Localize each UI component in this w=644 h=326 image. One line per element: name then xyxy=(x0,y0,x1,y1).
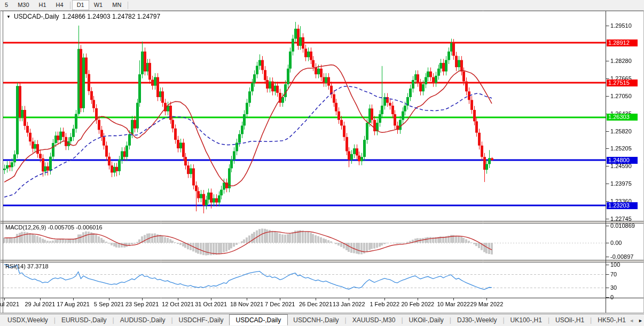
tab-usdchf-daily[interactable]: USDCHF-,Daily xyxy=(174,315,229,325)
date-axis-label: 11 Jul 2021 xyxy=(0,301,19,307)
date-axis-label: 29 Mar 2022 xyxy=(470,301,504,307)
tab-usdcad-daily[interactable]: USDCAD-,Daily xyxy=(229,314,288,325)
tab-eurusd-daily[interactable]: EURUSD-,Daily xyxy=(56,315,112,325)
tab-scrollers: ◄ ► xyxy=(629,314,643,326)
tab-usoil-h1[interactable]: USOil-,H1 xyxy=(550,315,590,325)
date-axis-label: 18 Nov 2021 xyxy=(230,301,263,307)
price-axis-tick: 1.27050 xyxy=(610,93,632,100)
tab-usdx-weekly[interactable]: USDX,Weekly xyxy=(2,315,53,325)
tab-dj30-weekly[interactable]: DJ30-,Weekly xyxy=(452,315,502,325)
tab-scroll-right-icon[interactable]: ► xyxy=(638,318,643,323)
price-axis-tick: 1.25205 xyxy=(610,145,632,152)
date-axis-label: 13 Jan 2022 xyxy=(333,301,365,307)
date-axis-label: 29 Jul 2021 xyxy=(25,301,55,307)
date-axis-label: 23 Sep 2021 xyxy=(125,301,159,307)
date-axis-label: 17 Aug 2021 xyxy=(57,301,90,307)
chart-ohlc-values: 1.24866 1.24903 1.24782 1.24797 xyxy=(62,13,161,20)
date-axis-label: 31 Oct 2021 xyxy=(195,301,227,307)
date-axis-label: 26 Dec 2021 xyxy=(299,301,332,307)
price-level-badge: 1.24800 xyxy=(607,157,638,164)
toolbar-separator xyxy=(70,2,70,9)
price-axis-tick: 1.25820 xyxy=(610,128,632,135)
tab-hk50-h1[interactable]: HK50-,H1 xyxy=(592,315,631,325)
rsi-indicator-label: RSI(14) 37.3718 xyxy=(5,263,49,269)
macd-axis-tick: -0.00897 xyxy=(610,253,633,260)
price-axis-tick: 1.29510 xyxy=(610,22,632,29)
macd-axis-tick: 0.00 xyxy=(610,240,622,247)
chart-title: ▼USDCAD-,Daily1.24866 1.24903 1.24782 1.… xyxy=(6,13,160,20)
date-axis-label: 20 Feb 2022 xyxy=(401,301,434,307)
symbol-dropdown-icon[interactable]: ▼ xyxy=(6,14,11,19)
rsi-axis-tick: 70 xyxy=(610,271,617,278)
price-axis-tick: 1.28280 xyxy=(610,58,632,65)
tab-audusd-daily[interactable]: AUDUSD-,Daily xyxy=(115,315,171,325)
timeframe-toolbar: 5M30H1H4D1W1MN xyxy=(0,0,644,11)
tab-ukoil-daily[interactable]: UKOil-,Daily xyxy=(404,315,449,325)
price-axis-tick: 1.23975 xyxy=(610,180,632,187)
price-axis-tick: 1.24590 xyxy=(610,163,632,170)
tab-uk100-h1[interactable]: UK100-,H1 xyxy=(505,315,547,325)
tab-usdcnh-daily[interactable]: USDCNH-,Daily xyxy=(288,315,344,325)
tab-xauusd-m30[interactable]: XAUUSD-,M30 xyxy=(347,315,401,325)
price-level-badge: 1.27515 xyxy=(607,79,638,86)
timeframe-button-w1[interactable]: W1 xyxy=(89,0,108,10)
timeframe-button-5[interactable]: 5 xyxy=(0,0,13,10)
toolbar-separator xyxy=(128,2,128,9)
chart-symbol: USDCAD-,Daily xyxy=(14,13,59,20)
macd-axis-tick: 0.010869 xyxy=(610,222,635,229)
rsi-axis-tick: 100 xyxy=(610,261,620,268)
date-axis-label: 7 Dec 2021 xyxy=(265,301,295,307)
date-axis-label: 5 Sep 2021 xyxy=(94,301,124,307)
rsi-axis-tick: 0 xyxy=(610,294,614,301)
price-level-badge: 1.28912 xyxy=(607,39,638,46)
rsi-axis-tick: 30 xyxy=(610,284,617,291)
timeframe-button-h1[interactable]: H1 xyxy=(34,0,51,10)
timeframe-button-h4[interactable]: H4 xyxy=(51,0,68,10)
date-axis-label: 10 Mar 2022 xyxy=(437,301,470,307)
price-level-badge: 1.26303 xyxy=(607,114,638,121)
timeframe-button-d1[interactable]: D1 xyxy=(72,0,89,10)
tab-scroll-left-icon[interactable]: ◄ xyxy=(629,318,634,323)
price-axis-tick: 1.22745 xyxy=(610,216,632,222)
date-axis-label: 1 Feb 2022 xyxy=(370,301,399,307)
symbol-tab-bar: USDX,Weekly|EURUSD-,Daily|AUDUSD-,Daily|… xyxy=(0,314,644,326)
timeframe-button-mn[interactable]: MN xyxy=(107,0,126,10)
timeframe-button-m30[interactable]: M30 xyxy=(13,0,34,10)
macd-indicator-label: MACD(12,26,9) -0.005705 -0.006016 xyxy=(5,224,103,230)
price-level-badge: 1.23203 xyxy=(607,202,638,209)
date-axis-label: 12 Oct 2021 xyxy=(162,301,194,307)
chart-canvas[interactable] xyxy=(0,11,644,326)
